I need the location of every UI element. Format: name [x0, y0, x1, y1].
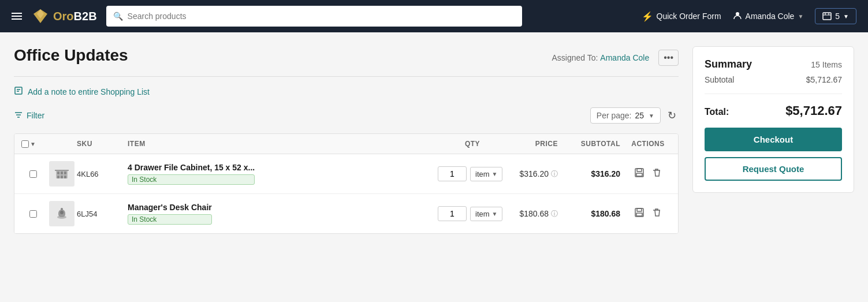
table-header: ▼ SKU ITEM QTY PRICE SUBTOTAL ACTIONS [14, 134, 678, 154]
user-icon [733, 11, 742, 22]
refresh-icon: ↻ [668, 110, 676, 121]
svg-rect-2 [15, 87, 22, 94]
header: OroB2B 🔍 ⚡ Quick Order Form Amanda Cole … [0, 0, 868, 32]
row2-unit-label: item [475, 210, 490, 218]
checkout-button[interactable]: Checkout [705, 128, 842, 151]
row1-price-cell: $316.20 ⓘ [512, 169, 558, 179]
row2-item-cell: Manager's Desk Chair In Stock [128, 203, 433, 225]
filter-icon [14, 110, 23, 121]
header-chevron-icon[interactable]: ▼ [30, 141, 36, 147]
row2-item-info: Manager's Desk Chair In Stock [128, 203, 212, 225]
user-chevron-icon: ▼ [798, 13, 803, 20]
cart-count: 5 [835, 12, 840, 21]
summary-header: Summary 15 Items [705, 58, 842, 70]
row1-unit-chevron-icon: ▼ [492, 171, 498, 177]
search-bar[interactable]: 🔍 [106, 6, 522, 27]
delete-icon [651, 207, 662, 218]
more-options-button[interactable]: ••• [658, 50, 679, 66]
add-note-link[interactable]: Add a note to entire Shopping List [14, 86, 679, 98]
row2-price-info-icon[interactable]: ⓘ [551, 209, 558, 219]
select-all-checkbox[interactable] [21, 140, 29, 148]
row1-checkbox-cell [21, 170, 44, 178]
subtotal-header: SUBTOTAL [562, 140, 620, 148]
filter-button[interactable]: Filter [14, 110, 44, 121]
per-page-dropdown[interactable]: Per page: 25 ▼ [590, 107, 661, 124]
actions-header: ACTIONS [625, 140, 671, 148]
row1-item-cell: 4 Drawer File Cabinet, 15 x 52 x... In S… [128, 163, 433, 185]
summary-subtotal-row: Subtotal $5,712.67 [705, 75, 842, 94]
row1-qty-input[interactable] [438, 166, 467, 181]
svg-rect-12 [637, 169, 642, 171]
row1-item-info: 4 Drawer File Cabinet, 15 x 52 x... In S… [128, 163, 255, 185]
per-page-label: Per page: [597, 111, 632, 120]
header-checkbox-cell: ▼ [21, 140, 44, 148]
product-table: ▼ SKU ITEM QTY PRICE SUBTOTAL ACTIONS [14, 133, 679, 234]
row2-unit-dropdown[interactable]: item ▼ [470, 207, 502, 221]
per-page-chevron-icon: ▼ [649, 113, 654, 119]
quick-order-button[interactable]: ⚡ Quick Order Form [642, 11, 721, 22]
svg-rect-1 [823, 13, 831, 20]
row1-save-button[interactable] [632, 166, 646, 182]
price-header: PRICE [512, 140, 558, 148]
row2-delete-button[interactable] [650, 206, 664, 222]
svg-rect-9 [64, 176, 66, 178]
row2-checkbox-cell [21, 210, 44, 218]
row1-sku: 4KL66 [77, 170, 123, 178]
row2-subtotal: $180.68 [562, 209, 620, 218]
summary-items-count: 15 Items [811, 60, 842, 69]
svg-rect-10 [55, 170, 69, 171]
title-row: Office Updates Assigned To: Amanda Cole … [14, 46, 679, 69]
cart-button[interactable]: 5 ▼ [815, 8, 856, 24]
menu-icon[interactable] [12, 13, 22, 20]
svg-rect-4 [57, 171, 59, 174]
pagination-controls: Per page: 25 ▼ ↻ [590, 107, 679, 124]
search-input[interactable] [128, 12, 515, 21]
row1-unit-label: item [475, 170, 490, 178]
total-value: $5,712.67 [785, 103, 842, 118]
svg-rect-8 [61, 176, 63, 178]
user-dropdown[interactable]: Amanda Cole ▼ [733, 11, 804, 22]
delete-icon [651, 167, 662, 178]
row1-price-info-icon[interactable]: ⓘ [551, 169, 558, 179]
sku-header: SKU [77, 140, 123, 148]
content-area: Office Updates Assigned To: Amanda Cole … [14, 46, 692, 234]
logo[interactable]: OroB2B [31, 7, 97, 25]
cart-icon [822, 12, 832, 21]
per-page-value: 25 [635, 111, 645, 120]
svg-rect-5 [61, 171, 63, 174]
table-row: 4KL66 4 Drawer File Cabinet, 15 x 52 x..… [14, 154, 678, 194]
assigned-user-link[interactable]: Amanda Cole [600, 53, 649, 62]
svg-rect-7 [57, 176, 59, 178]
assigned-to: Assigned To: Amanda Cole [552, 53, 649, 62]
lightning-icon: ⚡ [642, 11, 653, 22]
qty-header: QTY [438, 140, 507, 148]
row2-actions [625, 206, 671, 222]
refresh-button[interactable]: ↻ [665, 107, 679, 124]
row2-checkbox[interactable] [29, 210, 37, 218]
svg-point-15 [60, 211, 64, 214]
row2-price: $180.68 [519, 209, 549, 218]
row1-subtotal: $316.20 [562, 169, 620, 178]
main-content: Office Updates Assigned To: Amanda Cole … [0, 32, 868, 248]
subtotal-label: Subtotal [705, 75, 734, 84]
quick-order-label: Quick Order Form [657, 12, 721, 21]
row1-checkbox[interactable] [29, 170, 37, 178]
divider [14, 76, 679, 77]
request-quote-button[interactable]: Request Quote [705, 157, 842, 181]
row2-qty-input[interactable] [438, 206, 467, 221]
svg-rect-19 [636, 213, 642, 216]
add-note-label: Add a note to entire Shopping List [28, 87, 150, 96]
row1-price: $316.20 [519, 169, 549, 178]
svg-rect-6 [64, 171, 66, 174]
row1-delete-button[interactable] [650, 166, 664, 182]
item-header: ITEM [128, 140, 433, 148]
svg-point-0 [736, 12, 739, 16]
svg-rect-16 [61, 208, 63, 210]
svg-rect-13 [636, 173, 642, 176]
row2-save-button[interactable] [632, 206, 646, 222]
summary-total-row: Total: $5,712.67 [705, 103, 842, 118]
row1-product-image [49, 161, 74, 187]
table-row: 6LJ54 Manager's Desk Chair In Stock item… [14, 194, 678, 233]
row1-unit-dropdown[interactable]: item ▼ [470, 167, 502, 181]
header-actions: ⚡ Quick Order Form Amanda Cole ▼ 5 ▼ [642, 8, 856, 24]
